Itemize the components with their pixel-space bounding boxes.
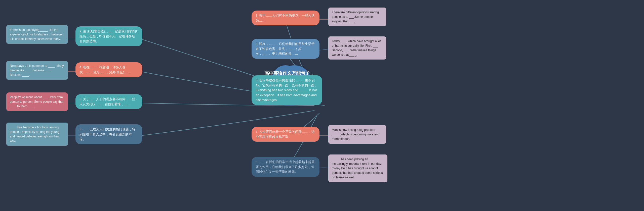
textbox-r1: There are different opinions among peopl… <box>328 8 386 26</box>
node-l2: 2. 俗话说(常言道)……，它是我们前辈的经历，但是，即使在今天，它在许多场合仍… <box>75 26 142 46</box>
node-r9: 9. ……在我们的日常生活中起着越来越重要的作用，它给我们带来了许多好处，但同时… <box>252 157 319 177</box>
textbox-r3: Today, ___, which have brought a lot of … <box>328 36 386 60</box>
textbox-l2: There is an old saying_____. It's the ex… <box>6 25 68 44</box>
textbox-l8: ____ has become a hot topic among people… <box>6 123 68 146</box>
node-l4: 4. 现在，……很普遍，许多人喜欢……，因为……，另外(而且)…… <box>75 62 142 77</box>
svg-line-3 <box>319 167 330 168</box>
mind-map: 高中英语作文万能句子， 整个高中都适用，快来收藏吧！ 1. 关于……人们有不同的… <box>0 0 644 211</box>
textbox-r9: _____ has been playing an increasingly i… <box>328 154 387 182</box>
node-r5: 5. 任何事物都是有两面性的，……也不例外。它既有有利的一面，也有不利的一面。E… <box>252 75 322 105</box>
node-r1: 1. 关于……人们有不同的观点。一些人认为…… <box>252 11 319 25</box>
svg-line-1 <box>319 49 330 50</box>
textbox-l4: Nowadays，it is common to ____. Many peop… <box>6 61 68 80</box>
node-l8: 8. ……已成为人们关注的热门话题，特别是在年青人当中，将引发激烈的辩论。 <box>75 124 142 144</box>
textbox-r7: Man is now facing a big problem _____ wh… <box>328 125 386 144</box>
node-r3: 3. 现在，……，它们给我们的日常生活带来了许多危害。首先，……；其次，……。更… <box>252 39 319 59</box>
node-l6: 6. 关于……人们的观点各不相同，一些人认为(说)……，在他们看来，…… <box>75 94 142 109</box>
node-r7: 7. 人类正面临着一个严重的问题……，这个问题变得越来越严重。 <box>252 127 319 142</box>
textbox-l6: People's opinions about ____ vary from p… <box>6 92 68 111</box>
